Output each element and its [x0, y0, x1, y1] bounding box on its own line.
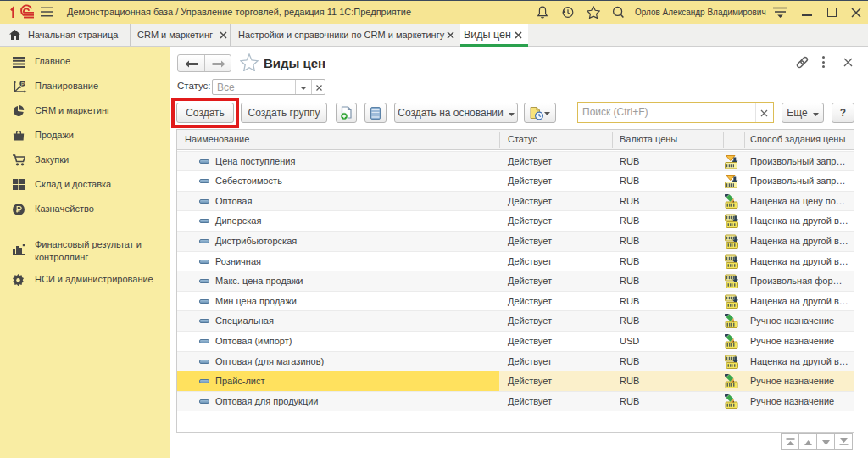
svg-text:P: P: [21, 81, 25, 87]
